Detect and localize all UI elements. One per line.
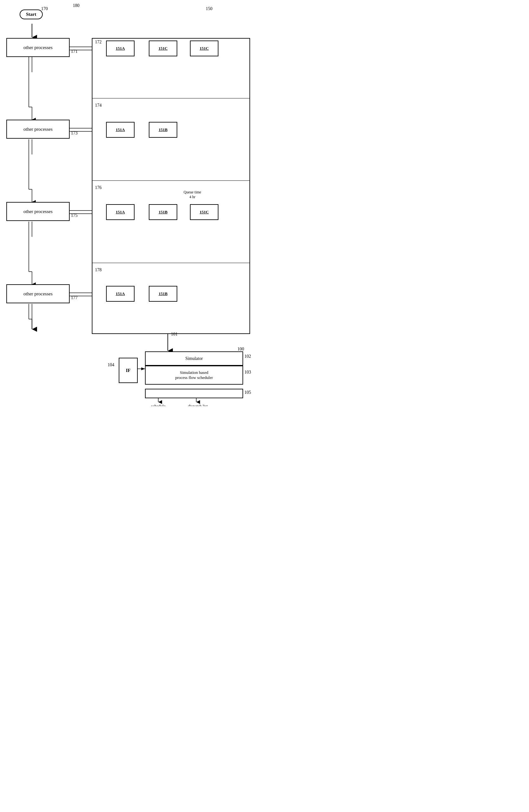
seq-box-1b-r4: 151B	[149, 286, 177, 302]
proc-box-2: other processes	[6, 120, 70, 139]
diagram-container: 170 180 150 Start other processes 171 17…	[0, 0, 264, 406]
ref-174: 174	[95, 103, 102, 108]
ref-150: 150	[206, 6, 212, 11]
ref-105: 105	[244, 390, 251, 395]
scheduler-box: Simulation basedprocess flow scheduler	[145, 366, 243, 385]
seq-box-1a-r4: 151A	[106, 286, 134, 302]
seq-box-1b-r2: 151B	[149, 122, 177, 138]
seq-box-1b-r3: 151B	[149, 204, 177, 220]
ref-102: 102	[244, 354, 251, 359]
ref-103: 103	[244, 370, 251, 375]
ref-170: 170	[41, 6, 48, 11]
seq-box-1c-r3: 151C	[190, 204, 218, 220]
divider-1	[92, 98, 250, 99]
simulator-box: Simulator	[145, 351, 243, 366]
ref-177: 177	[71, 295, 77, 301]
schedule-label: schedule	[146, 404, 171, 406]
ref-178: 178	[95, 267, 102, 273]
seq-box-1c2-r1: 151C	[190, 41, 218, 56]
start-bubble: Start	[20, 10, 43, 19]
proc-box-3: other processes	[6, 202, 70, 221]
dispatch-label: dispatch list	[182, 404, 214, 406]
seq-box-1c-r1: 151C	[149, 41, 177, 56]
output-box	[145, 389, 243, 398]
seq-box-1a-r2: 151A	[106, 122, 134, 138]
ref-175: 175	[71, 213, 77, 218]
ref-176: 176	[95, 185, 102, 190]
seq-box-1a-r3: 151A	[106, 204, 134, 220]
ref-171: 171	[71, 49, 77, 54]
ref-104: 104	[108, 362, 114, 367]
ref-100: 100	[238, 347, 244, 352]
ref-172: 172	[95, 40, 102, 45]
proc-box-1: other processes	[6, 38, 70, 57]
divider-2	[92, 180, 250, 181]
queue-label: Queue time4 hr	[184, 190, 201, 200]
ref-180: 180	[73, 3, 80, 8]
seq-box-1a-r1: 151A	[106, 41, 134, 56]
divider-3	[92, 263, 250, 263]
ref-101: 101	[171, 332, 177, 337]
if-box: IF	[119, 358, 138, 383]
proc-box-4: other processes	[6, 284, 70, 303]
ref-173: 173	[71, 131, 77, 136]
